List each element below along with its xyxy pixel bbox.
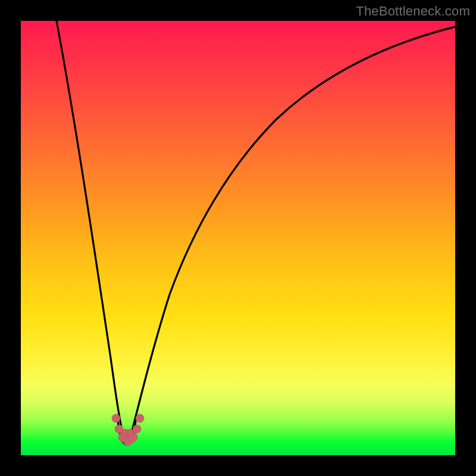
trough-markers (112, 414, 144, 446)
curve-layer (21, 21, 455, 455)
plot-area (21, 21, 455, 455)
svg-point-8 (127, 429, 134, 436)
svg-point-0 (112, 414, 120, 422)
chart-frame: TheBottleneck.com (0, 0, 476, 476)
svg-point-6 (136, 414, 144, 422)
watermark-text: TheBottleneck.com (356, 4, 470, 19)
bottleneck-curve (57, 21, 455, 438)
